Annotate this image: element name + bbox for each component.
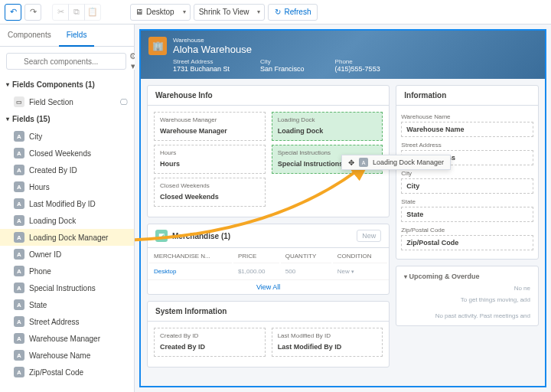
field-item-zip-postal-code[interactable]: AZip/Postal Code (0, 364, 134, 381)
refresh-button[interactable]: ↻ Refresh (268, 4, 318, 21)
tab-components[interactable]: Components (0, 24, 59, 46)
field-type-icon: A (14, 266, 24, 276)
table-cell: $1,000.00 (233, 265, 279, 278)
field-box[interactable]: Warehouse ManagerWarehouse Manager (154, 112, 266, 141)
top-toolbar: ↶ ↷ ✂ ⧉ 📋 🖥Desktop Shrink To View ↻ Refr… (0, 0, 551, 24)
merchandise-card[interactable]: ◩ Merchandise (1) New MERCHANDISE N...PR… (147, 224, 390, 295)
field-icon: A (359, 158, 368, 167)
fields-components-header[interactable]: Fields Components (1) (0, 76, 134, 93)
section-icon: ▭ (14, 96, 24, 107)
field-item-owner-id[interactable]: AOwner ID (0, 246, 134, 263)
field-box[interactable]: Closed WeekendsClosed Weekends (154, 178, 266, 207)
field-item-warehouse-manager[interactable]: AWarehouse Manager (0, 330, 134, 347)
field-type-icon: A (14, 181, 24, 192)
field-item-loading-dock[interactable]: ALoading Dock (0, 212, 134, 229)
sidebar: Components Fields ⚙ ▾ Fields Components … (0, 24, 135, 392)
field-item-last-modified-by-id[interactable]: ALast Modified By ID (0, 195, 134, 212)
field-box[interactable]: State (401, 207, 533, 222)
field-item-closed-weekends[interactable]: AClosed Weekends (0, 145, 134, 162)
field-type-icon: A (14, 232, 24, 243)
merchandise-title: Merchandise (1) (172, 232, 230, 240)
field-item-hours[interactable]: AHours (0, 178, 134, 195)
redo-button[interactable]: ↷ (24, 4, 41, 21)
field-item-warehouse-name[interactable]: AWarehouse Name (0, 347, 134, 364)
field-item-city[interactable]: ACity (0, 128, 134, 145)
field-type-icon: A (14, 333, 24, 344)
field-type-icon: A (14, 350, 24, 361)
field-type-icon: A (14, 165, 24, 175)
device-select[interactable]: 🖥Desktop (130, 4, 191, 21)
view-all-link[interactable]: View All (148, 279, 389, 294)
field-box[interactable]: HoursHours (154, 145, 266, 174)
page-header: 🏢 Warehouse Aloha Warehouse Street Addre… (141, 31, 545, 79)
field-item-loading-dock-manager[interactable]: ALoading Dock Manager (0, 229, 134, 246)
search-input[interactable] (6, 53, 126, 70)
warehouse-info-card[interactable]: Warehouse Info Warehouse ManagerWarehous… (147, 85, 390, 217)
canvas: 🏢 Warehouse Aloha Warehouse Street Addre… (135, 24, 551, 392)
drag-ghost: ✥ A Loading Dock Manager (341, 155, 451, 170)
fields-header[interactable]: Fields (15) (0, 110, 134, 128)
warehouse-icon: 🏢 (148, 37, 167, 55)
field-box[interactable]: City (401, 178, 533, 194)
new-button[interactable]: New (357, 230, 381, 242)
zoom-select[interactable]: Shrink To View (194, 4, 266, 21)
table-cell: 500 (281, 265, 331, 278)
tab-fields[interactable]: Fields (59, 24, 95, 47)
page-title: Aloha Warehouse (173, 44, 252, 55)
copy-button[interactable]: ⧉ (68, 4, 85, 21)
information-card[interactable]: Information Warehouse NameWarehouse Name… (396, 85, 539, 260)
paste-button[interactable]: 📋 (84, 4, 101, 21)
table-cell[interactable]: New ▾ (333, 265, 388, 278)
object-label: Warehouse (173, 37, 252, 44)
field-item-special-instructions[interactable]: ASpecial Instructions (0, 279, 134, 296)
upcoming-card[interactable]: ▾ Upcoming & Overdue No ne To get things… (396, 266, 539, 326)
undo-button[interactable]: ↶ (5, 4, 21, 21)
field-type-icon: A (14, 299, 24, 310)
preview-icon: 🖵 (120, 98, 128, 106)
field-box[interactable]: Warehouse Name (401, 122, 533, 137)
field-item-created-by-id[interactable]: ACreated By ID (0, 162, 134, 178)
refresh-icon: ↻ (275, 8, 281, 16)
field-box[interactable]: Loading DockLoading Dock (272, 112, 383, 141)
field-box[interactable]: Zip/Postal Code (401, 235, 533, 250)
table-cell[interactable]: Desktop (149, 265, 232, 278)
field-type-icon: A (14, 215, 24, 226)
field-item-street-address[interactable]: AStreet Address (0, 313, 134, 330)
field-section-item[interactable]: ▭ Field Section 🖵 (0, 93, 134, 110)
field-type-icon: A (14, 367, 24, 377)
field-type-icon: A (14, 148, 24, 158)
system-info-card[interactable]: System Information Created By IDCreated … (147, 301, 390, 368)
field-item-state[interactable]: AState (0, 296, 134, 313)
field-type-icon: A (14, 249, 24, 260)
field-type-icon: A (14, 283, 24, 293)
field-type-icon: A (14, 198, 24, 209)
field-item-phone[interactable]: APhone (0, 263, 134, 279)
system-info-title: System Information (148, 302, 389, 322)
field-type-icon: A (14, 316, 24, 327)
warehouse-info-title: Warehouse Info (148, 86, 389, 106)
field-type-icon: A (14, 131, 24, 142)
cut-button[interactable]: ✂ (52, 4, 69, 21)
information-title: Information (396, 86, 538, 106)
merchandise-icon: ◩ (155, 230, 168, 242)
